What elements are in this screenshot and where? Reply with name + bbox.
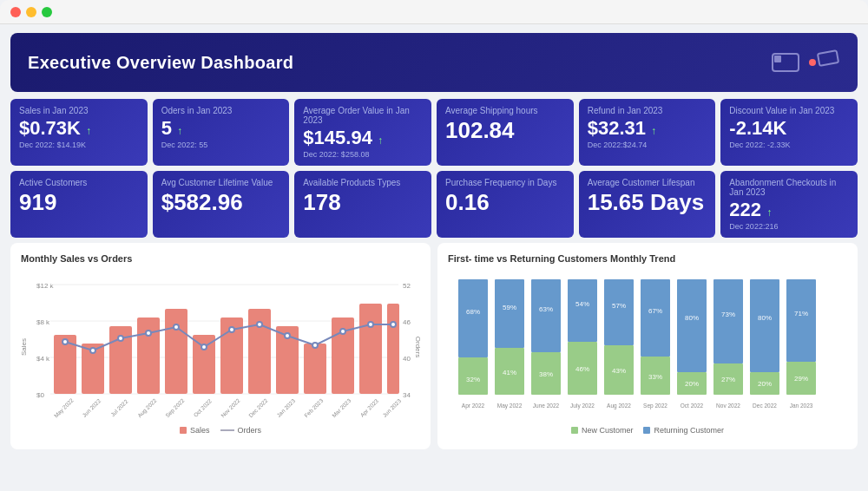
svg-text:Jul 2022: Jul 2022 — [109, 398, 129, 418]
svg-rect-25 — [304, 344, 326, 394]
svg-rect-93 — [786, 279, 816, 362]
svg-point-30 — [90, 348, 95, 353]
svg-rect-57 — [458, 279, 488, 357]
legend-orders: Orders — [220, 426, 262, 435]
kpi-refund-value: $32.31 ↑ — [588, 118, 707, 139]
svg-text:$8 k: $8 k — [36, 318, 50, 326]
kpi-purchase-freq-label: Purchase Frequency in Days — [445, 178, 565, 187]
svg-text:Orders: Orders — [414, 337, 420, 357]
kpi-sales-value: $0.73K ↑ — [19, 118, 139, 139]
kpi-refund: Refund in Jan 2023 $32.31 ↑ Dec 2022:$24… — [579, 99, 716, 166]
svg-text:52: 52 — [403, 282, 411, 290]
kpi-abandonment-label: Abandonment Checkouts in Jan 2023 — [729, 178, 849, 197]
header-icon — [771, 45, 840, 80]
svg-text:27%: 27% — [721, 376, 735, 383]
legend-returning-color — [643, 427, 650, 434]
svg-text:29%: 29% — [794, 375, 808, 383]
svg-text:Apr 2023: Apr 2023 — [358, 398, 380, 420]
sales-orders-svg: $12 k $8 k $4 k $0 52 46 40 34 — [21, 271, 420, 422]
svg-text:33%: 33% — [648, 373, 662, 381]
svg-rect-65 — [531, 279, 561, 352]
page-title: Executive Overview Dashboard — [28, 53, 293, 73]
kpi-sales: Sales in Jan 2023 $0.73K ↑ Dec 2022: $14… — [10, 99, 148, 166]
legend-new-label: New Customer — [582, 426, 634, 435]
svg-rect-73 — [604, 279, 634, 345]
svg-text:Jan 2023: Jan 2023 — [275, 397, 296, 418]
legend-returning-label: Returning Customer — [654, 426, 724, 435]
svg-text:68%: 68% — [466, 308, 480, 316]
svg-text:Jun 2023: Jun 2023 — [381, 397, 402, 418]
kpi-clv-label: Avg Customer Lifetime Value — [161, 178, 281, 187]
close-button[interactable] — [10, 7, 21, 17]
legend-new-color — [571, 427, 578, 434]
kpi-refund-sub: Dec 2022:$24.74 — [588, 141, 707, 149]
svg-text:July 2022: July 2022 — [570, 403, 595, 409]
svg-text:Nov 2022: Nov 2022 — [716, 403, 740, 409]
svg-text:Apr 2022: Apr 2022 — [462, 403, 485, 409]
kpi-discount: Discount Value in Jan 2023 -2.14K Dec 20… — [720, 99, 858, 166]
svg-rect-27 — [359, 304, 382, 394]
kpi-active-customers-label: Active Customers — [19, 178, 139, 187]
customers-trend-title: First- time vs Returning Customers Month… — [448, 253, 847, 264]
kpi-discount-label: Discount Value in Jan 2023 — [729, 106, 849, 115]
legend-orders-color — [220, 429, 234, 431]
svg-point-36 — [257, 322, 262, 327]
charts-row: Monthly Sales vs Orders $12 k $8 k $4 k … — [10, 243, 858, 449]
svg-text:20%: 20% — [758, 380, 772, 388]
sales-orders-legend: Sales Orders — [21, 426, 420, 435]
kpi-products-value: 178 — [303, 190, 423, 215]
kpi-aov-label: Average Order Value in Jan 2023 — [303, 106, 423, 125]
svg-point-32 — [146, 331, 151, 336]
dashboard-header: Executive Overview Dashboard — [10, 33, 858, 92]
kpi-aov: Average Order Value in Jan 2023 $145.94 … — [294, 99, 431, 166]
minimize-button[interactable] — [26, 7, 36, 17]
svg-rect-89 — [750, 279, 779, 372]
svg-text:46: 46 — [403, 318, 411, 326]
svg-point-29 — [62, 339, 68, 344]
customers-legend: New Customer Returning Customer — [448, 426, 847, 435]
maximize-button[interactable] — [42, 7, 52, 17]
kpi-aov-value: $145.94 ↑ — [303, 128, 423, 148]
svg-text:54%: 54% — [575, 300, 589, 308]
svg-text:June 2022: June 2022 — [533, 403, 560, 409]
svg-rect-85 — [713, 279, 743, 363]
svg-text:Sep 2022: Sep 2022 — [643, 403, 667, 409]
kpi-orders-sub: Dec 2022: 55 — [161, 141, 281, 149]
legend-sales-color — [180, 427, 187, 434]
kpi-shipping-value: 102.84 — [445, 118, 565, 143]
kpi-refund-label: Refund in Jan 2023 — [588, 106, 707, 115]
svg-text:Mar 2023: Mar 2023 — [331, 397, 352, 419]
svg-text:Sep 2022: Sep 2022 — [164, 397, 187, 420]
kpi-shipping: Average Shipping hours 102.84 — [437, 99, 574, 166]
svg-text:40: 40 — [403, 355, 411, 363]
svg-text:Sales: Sales — [21, 338, 28, 356]
kpi-products: Available Products Types 178 — [294, 171, 431, 238]
svg-text:Dec 2022: Dec 2022 — [753, 403, 777, 409]
svg-point-33 — [174, 324, 179, 330]
kpi-orders-label: Oders in Jan 2023 — [161, 106, 281, 115]
svg-text:May 2022: May 2022 — [53, 397, 76, 420]
window-chrome — [0, 0, 868, 24]
svg-text:73%: 73% — [721, 311, 735, 318]
svg-text:$0: $0 — [36, 391, 44, 399]
svg-text:43%: 43% — [612, 367, 626, 375]
svg-text:32%: 32% — [466, 376, 480, 383]
kpi-row-2: Active Customers 919 Avg Customer Lifeti… — [10, 171, 858, 238]
kpi-aov-sub: Dec 2022: $258.08 — [303, 150, 423, 159]
svg-text:Dec 2022: Dec 2022 — [247, 397, 269, 419]
kpi-row-1: Sales in Jan 2023 $0.73K ↑ Dec 2022: $14… — [10, 99, 858, 166]
customers-trend-svg: 68% 32% 59% 41% 63% 38% 54% — [448, 271, 847, 422]
svg-rect-3 — [818, 50, 838, 66]
kpi-purchase-freq: Purchase Frequency in Days 0.16 — [437, 171, 574, 238]
kpi-active-customers: Active Customers 919 — [10, 171, 148, 238]
kpi-shipping-label: Average Shipping hours — [445, 106, 565, 115]
svg-text:Aug 2022: Aug 2022 — [607, 403, 631, 409]
kpi-sales-label: Sales in Jan 2023 — [19, 106, 139, 115]
svg-text:Feb 2023: Feb 2023 — [303, 397, 325, 419]
svg-rect-81 — [677, 279, 707, 372]
svg-text:38%: 38% — [539, 370, 553, 378]
legend-new-customer: New Customer — [571, 426, 634, 435]
svg-text:May 2022: May 2022 — [497, 403, 523, 409]
kpi-abandonment-sub: Dec 2022:216 — [729, 222, 849, 231]
svg-text:Aug 2022: Aug 2022 — [136, 397, 159, 420]
